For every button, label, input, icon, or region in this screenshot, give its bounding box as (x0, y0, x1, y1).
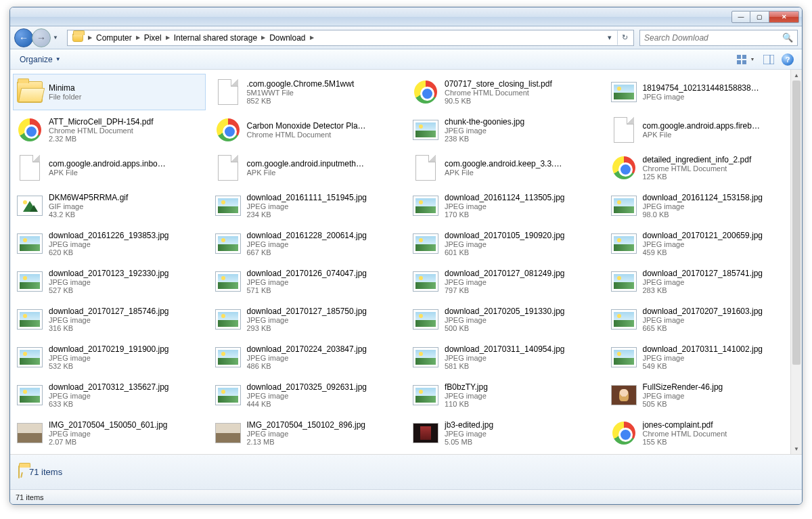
img-icon (412, 192, 439, 219)
chevron-right-icon[interactable]: ▶ (260, 35, 267, 41)
file-item[interactable]: download_20170127_185746.jpgJPEG image31… (13, 301, 206, 338)
file-item[interactable]: FullSizeRender-46.jpgJPEG image505 KB (607, 377, 800, 413)
minimize-button[interactable]: — (731, 11, 750, 23)
file-item[interactable]: jones-complaint.pdfChrome HTML Document1… (607, 415, 800, 451)
file-name: download_20170105_190920.jpg (445, 231, 565, 240)
chevron-right-icon[interactable]: ▶ (135, 35, 141, 41)
file-item[interactable]: download_20170311_141002.jpgJPEG image54… (607, 339, 800, 376)
file-type: JPEG image (445, 392, 598, 400)
file-name: com.google.android.apps.fireball_11.0.02… (643, 121, 763, 131)
file-item[interactable]: download_20170205_191330.jpgJPEG image50… (409, 301, 602, 338)
file-item[interactable]: download_20170312_135627.jpgJPEG image63… (13, 377, 206, 413)
preview-pane-button[interactable] (760, 52, 777, 67)
file-item[interactable]: 070717_store_closing_list.pdfChrome HTML… (409, 74, 602, 110)
file-item[interactable]: com.google.android.keep_3.3.422.0-334220… (409, 150, 602, 186)
chevron-right-icon[interactable]: ▶ (164, 35, 171, 41)
breadcrumb-download[interactable]: Download (267, 33, 308, 43)
img-icon (215, 268, 242, 295)
chevron-right-icon[interactable]: ▶ (87, 35, 93, 41)
file-size: 5.05 MB (445, 438, 598, 446)
file-item[interactable]: Carbon Monoxide Detector Placement_20140… (211, 112, 404, 148)
file-item[interactable]: download_20161124_153158.jpgJPEG image98… (607, 187, 800, 224)
file-size: 527 KB (49, 286, 202, 294)
file-item[interactable]: download_20161124_113505.jpgJPEG image17… (409, 187, 602, 224)
file-name: IMG_20170504_150050_601.jpg (49, 420, 169, 430)
chevron-down-icon: ▼ (55, 56, 61, 62)
file-item[interactable]: download_20170207_191603.jpgJPEG image66… (607, 301, 800, 338)
file-item[interactable]: download_20170127_185750.jpgJPEG image29… (211, 301, 404, 338)
breadcrumb-storage[interactable]: Internal shared storage (171, 33, 260, 43)
search-icon[interactable]: 🔍 (782, 32, 793, 43)
file-item[interactable]: fB0bzTY.jpgJPEG image110 KB (409, 377, 602, 413)
file-item[interactable]: MinimaFile folder (13, 74, 206, 110)
file-item[interactable]: 18194754_10213144815883821_3769698132894… (607, 74, 800, 110)
view-options-button[interactable]: ▼ (733, 52, 759, 67)
file-type: JPEG image (643, 240, 796, 248)
file-item[interactable]: download_20170127_185741.jpgJPEG image28… (607, 263, 800, 300)
file-item[interactable]: download_20161228_200614.jpgJPEG image66… (211, 225, 404, 262)
file-item[interactable]: jb3-edited.jpgJPEG image5.05 MB (409, 415, 602, 451)
search-box[interactable]: 🔍 (639, 30, 798, 46)
file-name: com.google.android.inputmethod.latin_6.0… (247, 159, 367, 168)
help-button[interactable]: ? (779, 52, 796, 67)
search-input[interactable] (644, 33, 782, 43)
file-item[interactable]: download_20170126_074047.jpgJPEG image57… (211, 263, 404, 300)
file-item[interactable]: ATT_MicroCell_DPH-154.pdfChrome HTML Doc… (13, 112, 206, 148)
file-item[interactable]: download_20161111_151945.jpgJPEG image23… (211, 187, 404, 224)
organize-menu[interactable]: Organize ▼ (16, 53, 65, 66)
img-icon (412, 268, 439, 295)
scroll-thumb[interactable] (792, 81, 800, 365)
page-icon (215, 154, 242, 181)
file-name: com.google.android.apps.inbox_1.35_(1388… (49, 159, 169, 168)
file-item[interactable]: download_20170121_200659.jpgJPEG image45… (607, 225, 800, 262)
file-size: 665 KB (643, 324, 796, 332)
back-button[interactable]: ← (14, 28, 33, 47)
file-list[interactable]: MinimaFile folder.com.google.Chrome.5M1w… (10, 70, 802, 454)
folder-icon (72, 32, 84, 44)
gif-icon (16, 192, 43, 219)
chrome-icon (412, 78, 439, 106)
scrollbar[interactable]: ▲ ▼ (790, 70, 802, 454)
file-item[interactable]: DKM6W4P5RRMA.gifGIF image43.2 KB (13, 187, 206, 224)
file-item[interactable]: detailed_ingredient_info_2.pdfChrome HTM… (607, 150, 800, 186)
history-dropdown[interactable]: ▼ (51, 30, 60, 45)
file-item[interactable]: download_20170325_092631.jpgJPEG image44… (211, 377, 404, 413)
file-item[interactable]: download_20170127_081249.jpgJPEG image79… (409, 263, 602, 300)
scroll-up-icon[interactable]: ▲ (791, 70, 802, 81)
file-item[interactable]: download_20161226_193853.jpgJPEG image62… (13, 225, 206, 262)
address-dropdown[interactable]: ▾ (602, 30, 617, 45)
file-type: JPEG image (49, 278, 202, 286)
file-item[interactable]: download_20170224_203847.jpgJPEG image48… (211, 339, 404, 376)
file-item[interactable]: download_20170219_191900.jpgJPEG image53… (13, 339, 206, 376)
svg-rect-3 (742, 60, 746, 64)
file-item[interactable]: download_20170105_190920.jpgJPEG image60… (409, 225, 602, 262)
maximize-button[interactable]: ▢ (750, 11, 769, 23)
close-button[interactable]: ✕ (769, 11, 799, 23)
file-name: FullSizeRender-46.jpg (643, 382, 763, 392)
file-name: download_20161226_193853.jpg (49, 231, 169, 240)
file-item[interactable]: IMG_20170504_150102_896.jpgJPEG image2.1… (211, 415, 404, 451)
file-item[interactable]: com.google.android.apps.inbox_1.35_(1388… (13, 150, 206, 186)
file-name: download_20170224_203847.jpg (247, 344, 367, 354)
chevron-right-icon[interactable]: ▶ (309, 35, 315, 41)
breadcrumb-computer[interactable]: Computer (93, 33, 135, 43)
file-item[interactable]: com.google.android.apps.fireball_11.0.02… (607, 112, 800, 148)
address-bar[interactable]: ▶ Computer ▶ Pixel ▶ Internal shared sto… (67, 30, 634, 46)
file-size: 633 KB (49, 400, 202, 408)
file-item[interactable]: .com.google.Chrome.5M1wwt5M1WWT File852 … (211, 74, 404, 110)
item-count: 71 items (29, 467, 62, 477)
img-icon (412, 116, 439, 143)
refresh-button[interactable]: ↻ (617, 30, 632, 45)
scroll-down-icon[interactable]: ▼ (791, 443, 802, 454)
file-item[interactable]: download_20170311_140954.jpgJPEG image58… (409, 339, 602, 376)
file-item[interactable]: chunk-the-goonies.jpgJPEG image238 KB (409, 112, 602, 148)
breadcrumb-pixel[interactable]: Pixel (141, 33, 164, 43)
file-item[interactable]: com.google.android.inputmethod.latin_6.0… (211, 150, 404, 186)
navigation-bar: ← → ▼ ▶ Computer ▶ Pixel ▶ Internal shar… (10, 26, 802, 49)
file-item[interactable]: download_20170123_192330.jpgJPEG image52… (13, 263, 206, 300)
file-item[interactable]: IMG_20170504_150050_601.jpgJPEG image2.0… (13, 415, 206, 451)
file-name: download_20170126_074047.jpg (247, 269, 367, 278)
file-size: 505 KB (643, 400, 796, 408)
page-icon (610, 116, 637, 143)
forward-button[interactable]: → (32, 28, 51, 47)
